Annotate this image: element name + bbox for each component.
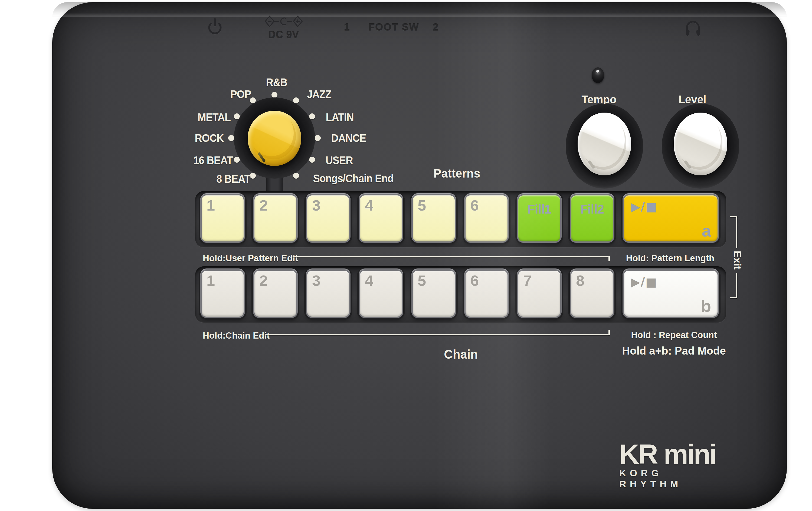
- tempo-knob[interactable]: [578, 113, 631, 175]
- hold-pattern-length-label: Hold: Pattern Length: [626, 253, 714, 263]
- genre-label-user: USER: [326, 154, 353, 166]
- play-stop-b-pad[interactable]: ▶/■ b: [624, 271, 718, 317]
- pad-number: 8: [576, 272, 584, 289]
- dc-voltage-label: DC 9V: [268, 29, 299, 40]
- genre-dot: [228, 135, 234, 141]
- chain-pad-1[interactable]: 1: [202, 271, 243, 317]
- pad-number: 5: [418, 272, 426, 289]
- chain-pad-2[interactable]: 2: [255, 271, 296, 317]
- chain-pad-3[interactable]: 3: [307, 271, 349, 317]
- kr-mini-device: DC 9V 1 FOOT SW 2 8 BEAT 16 BEAT ROCK ME…: [52, 2, 787, 509]
- genre-label-metal: METAL: [198, 111, 231, 123]
- genre-knob-pointer: [257, 152, 265, 162]
- pattern-pad-4[interactable]: 4: [360, 195, 402, 242]
- hold-repeat-count-label: Hold : Repeat Count: [631, 330, 717, 340]
- genre-knob[interactable]: [248, 111, 301, 166]
- top-edge-bevel: [52, 2, 787, 17]
- chain-pad-4[interactable]: 4: [360, 271, 402, 317]
- genre-label-8beat: 8 BEAT: [216, 173, 250, 185]
- pad-number: 5: [418, 197, 426, 214]
- chain-hold-line-tick: [608, 330, 610, 335]
- fill1-pad[interactable]: Fill1: [518, 195, 560, 242]
- pad-number: 2: [259, 272, 268, 289]
- hold-user-pattern-edit-label: Hold:User Pattern Edit: [203, 253, 298, 263]
- chain-pad-8[interactable]: 8: [571, 271, 613, 317]
- genre-label-songs-chain-end: Songs/Chain End: [313, 172, 393, 184]
- pad-b-letter: b: [701, 296, 711, 316]
- brand-logo: KR mini KORG RHYTHM: [619, 441, 723, 489]
- genre-label-rock: ROCK: [195, 132, 224, 144]
- chain-pad-7[interactable]: 7: [518, 271, 560, 317]
- exit-bracket-bottom-tick: [730, 297, 737, 298]
- fill2-pad[interactable]: Fill2: [571, 195, 613, 242]
- headphone-icon: [685, 17, 701, 36]
- genre-label-jazz: JAZZ: [307, 88, 331, 101]
- pad-number: 1: [206, 272, 215, 289]
- genre-label-latin: LATIN: [326, 111, 353, 123]
- genre-dot: [271, 92, 278, 98]
- pattern-pad-1[interactable]: 1: [202, 195, 243, 242]
- pad-a-letter: a: [702, 221, 711, 240]
- pad-number: 2: [259, 197, 268, 214]
- chain-pad-5[interactable]: 5: [413, 271, 455, 317]
- pad-number: 4: [365, 272, 373, 289]
- level-knob[interactable]: [674, 113, 727, 175]
- exit-label: Exit: [731, 251, 743, 269]
- dc-polarity-icon: [264, 15, 303, 28]
- level-knob-pointer: [684, 160, 691, 168]
- pad-number: 7: [523, 272, 531, 289]
- patterns-title: Patterns: [434, 166, 481, 180]
- pad-number: 4: [365, 197, 373, 214]
- hold-ab-pad-mode-label: Hold a+b: Pad Mode: [622, 345, 726, 357]
- power-icon: [207, 18, 223, 36]
- pattern-hold-line-tick: [608, 256, 610, 261]
- pattern-hold-line: [293, 256, 610, 257]
- footsw-2-label: 2: [433, 22, 438, 33]
- genre-label-rnb: R&B: [266, 76, 287, 88]
- pattern-pad-3[interactable]: 3: [307, 195, 349, 242]
- exit-bracket-upper: [736, 216, 737, 248]
- logo-korg-rhythm: KORG RHYTHM: [619, 468, 723, 489]
- play-stop-icon: ▶/■: [631, 275, 657, 289]
- logo-kr-mini: KR mini: [619, 441, 723, 467]
- footsw-label: FOOT SW: [369, 22, 419, 33]
- pad-number: 6: [470, 197, 479, 214]
- chain-pad-6[interactable]: 6: [466, 271, 508, 317]
- play-stop-icon: ▶/■: [631, 200, 657, 214]
- pattern-pad-6[interactable]: 6: [466, 195, 508, 242]
- pad-number: 3: [312, 197, 320, 214]
- fill2-label: Fill2: [571, 202, 613, 217]
- fill1-label: Fill1: [518, 202, 560, 217]
- pad-number: 6: [470, 272, 479, 289]
- play-stop-a-pad[interactable]: ▶/■ a: [624, 195, 718, 242]
- genre-label-pop: POP: [230, 88, 251, 101]
- pad-number: 3: [312, 272, 320, 289]
- pattern-pad-2[interactable]: 2: [255, 195, 296, 242]
- hold-chain-edit-label: Hold:Chain Edit: [203, 331, 269, 341]
- pattern-pad-5[interactable]: 5: [413, 195, 455, 242]
- chain-title: Chain: [444, 347, 478, 362]
- genre-dot: [315, 135, 321, 141]
- footsw-1-label: 1: [344, 22, 350, 33]
- exit-bracket-lower: [736, 273, 737, 298]
- genre-label-dance: DANCE: [331, 132, 366, 144]
- tempo-knob-pointer: [588, 160, 594, 168]
- product-photo-stage: DC 9V 1 FOOT SW 2 8 BEAT 16 BEAT ROCK ME…: [0, 0, 812, 511]
- genre-label-16beat: 16 BEAT: [193, 154, 232, 166]
- pad-number: 1: [206, 197, 215, 214]
- tempo-led: [592, 67, 604, 83]
- chain-hold-line: [265, 334, 610, 335]
